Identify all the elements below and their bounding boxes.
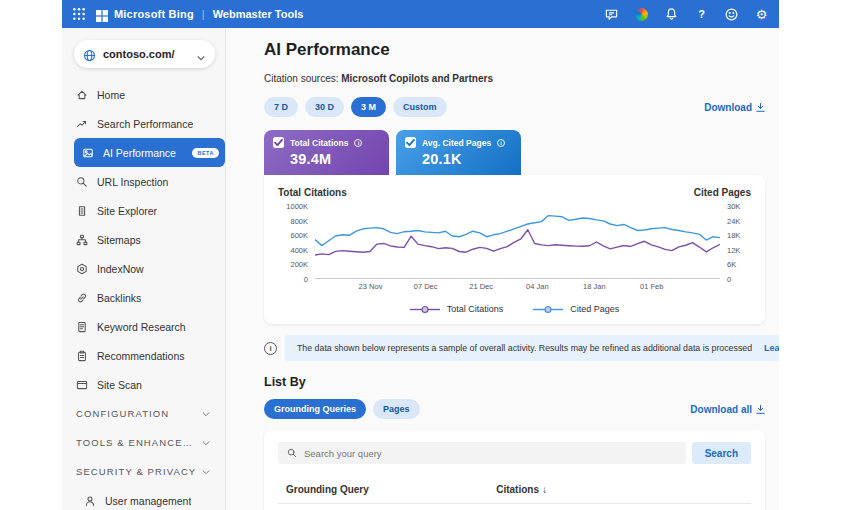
info-banner-row: i The data shown below represents a samp… [264, 335, 765, 361]
right-axis-ticks: 30K24K18K12K6K0 [727, 206, 751, 279]
sidebar-item-backlinks[interactable]: Backlinks [62, 283, 225, 312]
sidebar-item-home[interactable]: Home [62, 80, 225, 109]
line-chart[interactable] [315, 206, 720, 279]
sidebar: contoso.com/ HomeSearch PerformanceAI Pe… [62, 28, 226, 510]
chevron-down-icon [201, 409, 211, 419]
legend-total-citations[interactable]: Total Citations [410, 304, 504, 314]
metric-value: 20.1K [422, 151, 512, 167]
sidebar-sections: CONFIGURATIONTOOLS & ENHANCEMEN...SECURI… [62, 399, 225, 486]
checkbox-checked-icon[interactable] [405, 137, 416, 148]
sidebar-item-site-scan[interactable]: Site Scan [62, 370, 225, 399]
page-title: AI Performance [264, 40, 765, 60]
info-banner: The data shown below represents a sample… [285, 335, 779, 361]
app-title: Webmaster Tools [213, 8, 304, 20]
sidebar-item-indexnow[interactable]: IndexNow [62, 254, 225, 283]
search-button[interactable]: Search [692, 442, 751, 464]
brand-divider: | [202, 8, 205, 20]
site-selector[interactable]: contoso.com/ [74, 40, 215, 68]
info-icon: i [354, 139, 362, 147]
beta-badge: BETA [192, 148, 219, 158]
chart-card: Total Citations Cited Pages 1000K800K600… [264, 175, 765, 324]
list-by-title: List By [264, 375, 765, 389]
list-by-tabs-row: Grounding QueriesPages Download all [264, 399, 765, 419]
building-icon [76, 205, 88, 217]
chevron-down-icon [201, 467, 211, 477]
notifications-bell-icon[interactable] [664, 7, 679, 22]
chart-legend: Total CitationsCited Pages [278, 295, 751, 318]
legend-swatch-icon [410, 305, 440, 314]
search-input[interactable] [304, 448, 677, 459]
browser-icon [76, 379, 88, 391]
top-bar-actions: ? ⚙ [604, 7, 769, 22]
legend-swatch-icon [533, 305, 563, 314]
sidebar-item-keyword-research[interactable]: Keyword Research [62, 312, 225, 341]
sidebar-item-recommendations[interactable]: Recommendations [62, 341, 225, 370]
document-icon [76, 321, 88, 333]
sidebar-section-configuration[interactable]: CONFIGURATION [62, 399, 225, 428]
checkbox-checked-icon[interactable] [273, 137, 284, 148]
info-icon: i [264, 342, 277, 355]
date-range-row: 7 D30 D3 MCustom Download [264, 97, 765, 117]
legend-cited-pages[interactable]: Cited Pages [533, 304, 619, 314]
citation-sources: Citation sources: Microsoft Copilots and… [264, 73, 765, 84]
table-header: Grounding Query Citations↓ [278, 476, 751, 504]
sidebar-item-site-explorer[interactable]: Site Explorer [62, 196, 225, 225]
download-icon [756, 405, 765, 414]
hexagon-icon [76, 263, 88, 275]
range-chip-3-m[interactable]: 3 M [351, 97, 386, 117]
range-chip-custom[interactable]: Custom [393, 97, 447, 117]
search-icon [76, 176, 88, 188]
sidebar-item-url-inspection[interactable]: URL Inspection [62, 167, 225, 196]
query-list-card: Search Grounding Query Citations↓ Contos… [264, 430, 765, 510]
sidebar-section-security-privacy[interactable]: SECURITY & PRIVACY [62, 457, 225, 486]
link-icon [76, 292, 88, 304]
left-axis-title: Total Citations [278, 187, 347, 198]
feedback-icon[interactable] [604, 7, 619, 22]
col-grounding-query[interactable]: Grounding Query [286, 484, 496, 495]
sitemap-icon [76, 234, 88, 246]
learn-more-link[interactable]: Learn more [764, 343, 779, 353]
person-icon [84, 495, 96, 507]
left-axis-ticks: 1000K800K600K400K200K0 [278, 206, 308, 279]
chevron-down-icon [196, 49, 206, 59]
settings-gear-icon[interactable]: ⚙ [754, 7, 769, 22]
sort-desc-icon: ↓ [542, 484, 547, 495]
main-content: AI Performance Citation sources: Microso… [226, 28, 779, 510]
search-box[interactable] [278, 442, 686, 464]
sidebar-item-search-performance[interactable]: Search Performance [62, 109, 225, 138]
metric-cards: Total Citationsi39.4MAvg. Cited Pagesi20… [264, 130, 765, 175]
copilot-icon[interactable] [634, 7, 649, 22]
metric-card-avg-cited-pages[interactable]: Avg. Cited Pagesi20.1K [396, 130, 521, 175]
list-tab-pages[interactable]: Pages [373, 399, 420, 419]
sidebar-nav: HomeSearch PerformanceAI PerformanceBETA… [62, 80, 225, 399]
metric-value: 39.4M [290, 151, 380, 167]
microsoft-logo-icon [96, 8, 108, 20]
right-axis-title: Cited Pages [694, 187, 751, 198]
waffle-icon[interactable] [72, 7, 86, 21]
brand-title: Microsoft Bing [114, 8, 194, 20]
col-citations[interactable]: Citations↓ [496, 484, 743, 495]
series-total-citations [315, 230, 720, 255]
sidebar-item-ai-performance[interactable]: AI PerformanceBETA [74, 138, 225, 167]
sidebar-section-tools-enhancemen[interactable]: TOOLS & ENHANCEMEN... [62, 428, 225, 457]
list-tab-grounding-queries[interactable]: Grounding Queries [264, 399, 366, 419]
table-row[interactable]: Contoso5.9M [278, 504, 751, 510]
image-icon [82, 147, 94, 159]
x-axis-ticks: 23 Nov07 Dec21 Dec04 Jan18 Jan01 Feb [315, 282, 690, 295]
smiley-feedback-icon[interactable] [724, 7, 739, 22]
range-chip-30-d[interactable]: 30 D [305, 97, 344, 117]
site-name: contoso.com/ [103, 48, 189, 60]
sidebar-item-user-management[interactable]: User management [62, 486, 225, 510]
app-window: Microsoft Bing | Webmaster Tools ? [62, 0, 779, 510]
search-icon [287, 448, 297, 458]
metric-card-total-citations[interactable]: Total Citationsi39.4M [264, 130, 389, 175]
top-bar: Microsoft Bing | Webmaster Tools ? [62, 0, 779, 28]
home-icon [76, 89, 88, 101]
range-chip-7-d[interactable]: 7 D [264, 97, 298, 117]
download-icon [756, 103, 765, 112]
sidebar-item-sitemaps[interactable]: Sitemaps [62, 225, 225, 254]
help-icon[interactable]: ? [694, 7, 709, 22]
download-all-link[interactable]: Download all [690, 404, 765, 415]
sidebar-footer: User management [62, 486, 225, 510]
download-link[interactable]: Download [704, 102, 765, 113]
